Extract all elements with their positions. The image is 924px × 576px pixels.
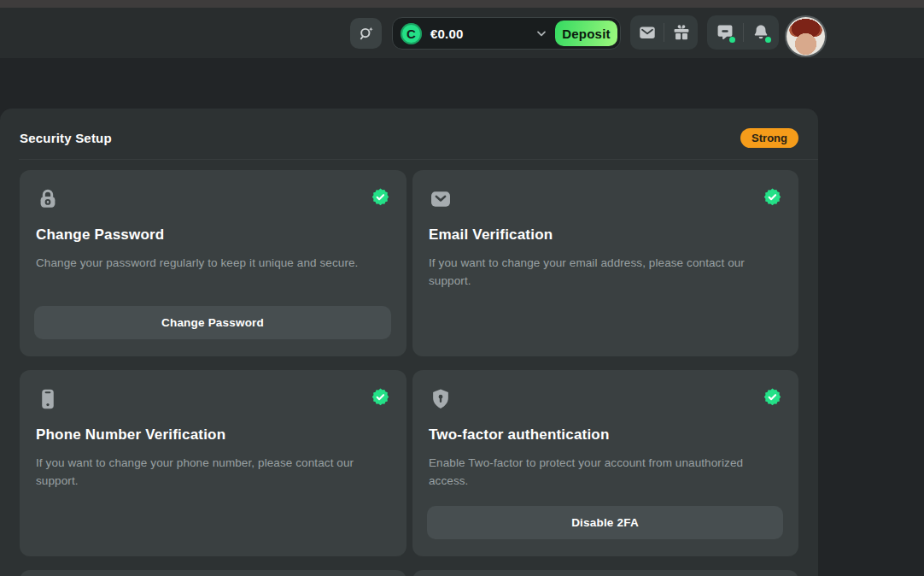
disable-2fa-button[interactable]: Disable 2FA [427, 506, 783, 539]
card-head [36, 187, 390, 211]
phone-verification-card: Phone Number Verification If you want to… [20, 370, 406, 556]
notifications-button[interactable] [749, 21, 773, 44]
mail-icon [638, 23, 657, 42]
card-title: Two-factor authentication [429, 426, 610, 444]
card-title: Phone Number Verification [36, 426, 225, 444]
verified-badge-icon [763, 187, 782, 207]
card-title: Change Password [36, 226, 164, 244]
window-top-strip [0, 0, 924, 8]
change-password-card: Change Password Change your password reg… [20, 170, 406, 356]
verified-badge-icon [371, 187, 390, 207]
divider [19, 159, 818, 160]
wallet-balance-pill[interactable]: C €0.00 Deposit [392, 17, 621, 50]
divider [743, 23, 744, 42]
balance-amount: €0.00 [430, 18, 464, 49]
chat-notification-group [707, 15, 779, 50]
card-head [36, 387, 390, 411]
chat-status-dot [729, 37, 735, 43]
verified-badge-icon [371, 387, 390, 407]
card-description: Change your password regularly to keep i… [36, 254, 388, 272]
top-navbar: C €0.00 Deposit [0, 8, 924, 58]
next-row-card-right [412, 570, 798, 576]
two-factor-card: Two-factor authentication Enable Two-fac… [412, 370, 798, 556]
divider [664, 23, 664, 42]
coin-icon: C [401, 23, 422, 44]
gift-icon [672, 23, 691, 42]
envelope-icon [429, 187, 453, 211]
card-title: Email Verification [429, 226, 553, 244]
page-title: Security Setup [20, 131, 112, 145]
user-avatar[interactable] [787, 17, 825, 56]
phone-icon [36, 387, 60, 411]
gift-button[interactable] [670, 21, 693, 44]
card-head [429, 187, 782, 211]
card-description: If you want to change your email address… [429, 254, 780, 290]
lock-icon [36, 187, 60, 211]
security-setup-panel: Security Setup Strong Change Password Ch… [0, 109, 818, 576]
search-button[interactable] [350, 18, 382, 49]
card-head [429, 387, 782, 411]
search-sparkle-icon [358, 25, 375, 42]
mail-gift-group [630, 15, 698, 50]
chat-button[interactable] [713, 21, 737, 44]
shield-keyhole-icon [429, 387, 453, 411]
next-row-card-left [20, 570, 406, 576]
password-strength-badge: Strong [740, 128, 798, 148]
email-verification-card: Email Verification If you want to change… [412, 170, 798, 356]
card-description: Enable Two-factor to protect your accoun… [429, 454, 780, 490]
deposit-button[interactable]: Deposit [555, 21, 617, 46]
chevron-down-icon[interactable] [535, 26, 548, 40]
change-password-button[interactable]: Change Password [34, 306, 391, 339]
verified-badge-icon [763, 387, 782, 407]
card-description: If you want to change your phone number,… [36, 454, 388, 490]
mail-button[interactable] [635, 21, 659, 44]
